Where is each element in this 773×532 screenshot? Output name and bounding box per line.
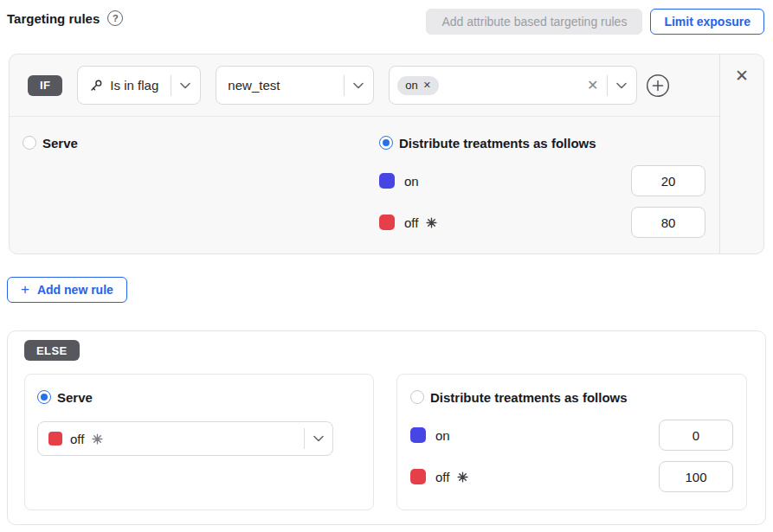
chevron-down-icon[interactable] bbox=[180, 82, 190, 89]
page-title: Targeting rules bbox=[7, 11, 100, 26]
treatment-multiselect[interactable]: on ✕ ✕ bbox=[389, 66, 637, 105]
treatment-off-swatch bbox=[379, 215, 395, 230]
treatment-tag: on ✕ bbox=[397, 76, 439, 95]
add-new-rule-button[interactable]: + Add new rule bbox=[7, 277, 127, 303]
divider bbox=[171, 75, 171, 96]
limit-exposure-button[interactable]: Limit exposure bbox=[650, 9, 764, 35]
else-treatment-select[interactable]: off bbox=[37, 421, 333, 456]
else-distribute-label: Distribute treatments as follows bbox=[430, 390, 628, 405]
distribute-label: Distribute treatments as follows bbox=[399, 136, 596, 151]
if-badge: IF bbox=[28, 75, 62, 96]
add-condition-icon[interactable] bbox=[646, 74, 670, 98]
plus-icon: + bbox=[21, 282, 29, 297]
treatment-label: off bbox=[404, 215, 418, 230]
serve-label: Serve bbox=[42, 136, 78, 151]
help-icon[interactable] bbox=[107, 10, 123, 26]
matcher-select[interactable]: Is in flag bbox=[77, 66, 201, 105]
rule-serve-area: Serve Distribute treatments as follows o… bbox=[10, 117, 719, 253]
percent-input[interactable] bbox=[631, 207, 705, 238]
add-new-rule-label: Add new rule bbox=[37, 283, 113, 297]
default-treatment-icon bbox=[426, 217, 437, 228]
treatment-label: on bbox=[435, 428, 450, 443]
treatment-label: off bbox=[435, 470, 449, 484]
add-attribute-rules-button[interactable]: Add attribute based targeting rules bbox=[426, 9, 642, 35]
else-serve-radio[interactable] bbox=[37, 390, 51, 404]
matcher-label: Is in flag bbox=[110, 78, 158, 93]
serve-radio[interactable] bbox=[23, 136, 36, 150]
flag-select[interactable]: new_test bbox=[216, 66, 374, 105]
else-card: ELSE Serve off bbox=[7, 330, 766, 525]
key-icon bbox=[89, 79, 103, 93]
else-serve-card: Serve off bbox=[24, 374, 374, 510]
treatment-row: on bbox=[379, 165, 719, 196]
treatment-row: off bbox=[410, 461, 733, 492]
else-distribute-radio[interactable] bbox=[410, 390, 424, 404]
divider bbox=[344, 75, 345, 96]
rule-side-column: ✕ bbox=[719, 54, 763, 253]
else-serve-label: Serve bbox=[57, 390, 93, 405]
divider bbox=[304, 428, 305, 449]
percent-input[interactable] bbox=[659, 461, 733, 492]
treatment-off-swatch bbox=[48, 432, 62, 445]
remove-rule-icon[interactable]: ✕ bbox=[735, 67, 749, 85]
targeting-rule-card: IF Is in flag new_test bbox=[9, 54, 764, 254]
clear-selection-icon[interactable]: ✕ bbox=[587, 79, 598, 93]
chevron-down-icon[interactable] bbox=[616, 82, 627, 89]
treatment-label: off bbox=[70, 432, 84, 446]
distribute-radio[interactable] bbox=[379, 136, 393, 150]
default-treatment-icon bbox=[457, 471, 468, 483]
treatment-row: off bbox=[379, 207, 719, 238]
percent-input[interactable] bbox=[631, 165, 705, 196]
divider bbox=[607, 75, 608, 96]
treatment-off-swatch bbox=[410, 469, 426, 484]
tag-remove-icon[interactable]: ✕ bbox=[423, 80, 431, 90]
chevron-down-icon[interactable] bbox=[353, 82, 364, 89]
percent-input[interactable] bbox=[659, 420, 733, 451]
flag-select-value: new_test bbox=[228, 78, 280, 93]
header: Targeting rules Add attribute based targ… bbox=[0, 0, 773, 35]
treatment-row: on bbox=[410, 420, 733, 451]
rule-condition-row: IF Is in flag new_test bbox=[10, 54, 719, 117]
treatment-on-swatch bbox=[410, 427, 426, 443]
else-distribute-card: Distribute treatments as follows on off bbox=[396, 374, 747, 510]
chevron-down-icon[interactable] bbox=[313, 435, 324, 442]
else-badge: ELSE bbox=[24, 340, 80, 361]
treatment-tag-label: on bbox=[405, 79, 417, 92]
treatment-on-swatch bbox=[379, 173, 395, 189]
treatment-label: on bbox=[404, 174, 419, 189]
default-treatment-icon bbox=[92, 433, 103, 445]
